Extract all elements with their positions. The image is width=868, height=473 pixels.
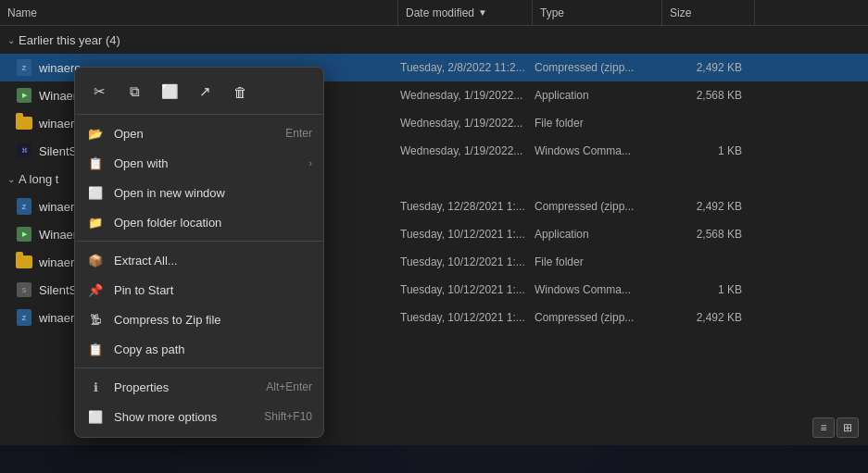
ctx-item-icon-open-with: 📋 (86, 154, 105, 172)
col-date[interactable]: Date modified ▼ (398, 0, 533, 25)
ctx-item-label-properties: Properties (114, 380, 266, 394)
ctx-item-icon-open-new-window: ⬜ (86, 183, 105, 202)
group-header-0[interactable]: ⌄Earlier this year (4) (0, 26, 868, 54)
file-type: Compressed (zipp... (535, 200, 664, 213)
file-size: 2,492 KB (664, 200, 757, 213)
context-menu-items: 📂OpenEnter📋Open with›⬜Open in new window… (75, 118, 323, 431)
group-chevron: ⌄ (7, 174, 15, 184)
context-menu: ✂⧉⬜↗🗑 📂OpenEnter📋Open with›⬜Open in new … (74, 67, 324, 438)
group-chevron: ⌄ (7, 35, 15, 45)
ctx-item-label-open-new-window: Open in new window (114, 186, 312, 200)
ctx-item-icon-compress-to-zip: 🗜 (86, 310, 105, 329)
ctx-item-icon-open: 📂 (86, 124, 105, 143)
ctx-icon-cut[interactable]: ✂ (84, 77, 114, 106)
ctx-item-show-more-options[interactable]: ⬜Show more optionsShift+F10 (75, 402, 323, 431)
file-date: Wednesday, 1/19/2022... (400, 144, 535, 157)
file-date: Wednesday, 1/19/2022... (400, 89, 535, 102)
taskbar (0, 445, 868, 473)
file-size: 2,568 KB (664, 89, 757, 102)
ctx-item-label-open-with: Open with (114, 156, 308, 170)
ctx-item-open[interactable]: 📂OpenEnter (75, 118, 323, 148)
sort-arrow: ▼ (478, 7, 487, 18)
ctx-item-open-with[interactable]: 📋Open with› (75, 148, 323, 178)
file-type: Windows Comma... (535, 144, 664, 157)
ctx-item-label-open: Open (114, 127, 285, 141)
col-type[interactable]: Type (533, 0, 662, 25)
ctx-item-arrow-open-with: › (308, 157, 312, 168)
file-type: Compressed (zipp... (535, 61, 664, 74)
ctx-item-icon-pin-to-start: 📌 (86, 280, 105, 299)
ctx-item-label-open-folder-location: Open folder location (114, 216, 312, 230)
ctx-item-label-copy-as-path: Copy as path (114, 342, 312, 356)
file-date: Wednesday, 1/19/2022... (400, 117, 535, 130)
ctx-item-compress-to-zip[interactable]: 🗜Compress to Zip file (75, 305, 323, 334)
ctx-item-icon-extract-all: 📦 (86, 251, 105, 269)
zip-icon: Z (15, 58, 33, 77)
ctx-item-shortcut-open: Enter (285, 127, 312, 140)
col-size[interactable]: Size (662, 0, 755, 25)
context-menu-icon-row: ✂⧉⬜↗🗑 (75, 73, 323, 115)
file-type: Application (535, 89, 664, 102)
folder-icon (15, 114, 33, 132)
ctx-item-icon-show-more-options: ⬜ (86, 407, 105, 426)
file-size: 2,568 KB (664, 228, 757, 241)
ctx-item-shortcut-properties: Alt+Enter (266, 380, 312, 393)
ctx-separator (75, 367, 323, 368)
file-date: Tuesday, 10/12/2021 1:... (400, 228, 535, 241)
ctx-item-label-compress-to-zip: Compress to Zip file (114, 313, 312, 327)
tiles-view-button[interactable]: ⊞ (837, 417, 859, 438)
ctx-icon-copy[interactable]: ⧉ (120, 77, 149, 106)
app-icon: ▶ (15, 225, 33, 243)
ctx-item-properties[interactable]: ℹPropertiesAlt+Enter (75, 372, 323, 402)
zip-icon: Z (15, 197, 33, 216)
group-label: A long t (19, 172, 58, 186)
ctx-item-pin-to-start[interactable]: 📌Pin to Start (75, 275, 323, 305)
ctx-item-icon-copy-as-path: 📋 (86, 340, 105, 358)
ctx-item-label-show-more-options: Show more options (114, 410, 264, 424)
group-label: Earlier this year (4) (19, 33, 120, 47)
folder-icon (15, 253, 33, 271)
ctx-item-shortcut-show-more-options: Shift+F10 (264, 410, 312, 423)
ctx-item-open-folder-location[interactable]: 📁Open folder location (75, 207, 323, 237)
ctx-item-label-pin-to-start: Pin to Start (114, 283, 312, 297)
file-type: Application (535, 228, 664, 241)
file-size: 2,492 KB (664, 61, 757, 74)
app-icon: ▶ (15, 86, 33, 105)
col-name[interactable]: Name (0, 0, 398, 25)
file-date: Tuesday, 10/12/2021 1:... (400, 311, 535, 324)
view-buttons: ≡ ⊞ (812, 417, 859, 438)
ctx-item-open-new-window[interactable]: ⬜Open in new window (75, 178, 323, 207)
ctx-item-copy-as-path[interactable]: 📋Copy as path (75, 334, 323, 364)
ctx-item-icon-open-folder-location: 📁 (86, 213, 105, 231)
ctx-item-icon-properties: ℹ (86, 378, 105, 396)
ctx-icon-paste[interactable]: ⬜ (155, 77, 184, 106)
ctx-icon-delete[interactable]: 🗑 (225, 77, 255, 106)
file-type: Windows Comma... (535, 283, 664, 296)
ctx-icon-share[interactable]: ↗ (190, 77, 220, 106)
file-type: Compressed (zipp... (535, 311, 664, 324)
file-date: Tuesday, 12/28/2021 1:... (400, 200, 535, 213)
file-date: Tuesday, 10/12/2021 1:... (400, 255, 535, 268)
silent-icon: S (15, 280, 33, 299)
file-size: 1 KB (664, 283, 757, 296)
file-size: 1 KB (664, 144, 757, 157)
file-date: Tuesday, 2/8/2022 11:2... (400, 61, 535, 74)
list-view-button[interactable]: ≡ (812, 417, 835, 438)
file-date: Tuesday, 10/12/2021 1:... (400, 283, 535, 296)
zip-icon: Z (15, 308, 33, 327)
ctx-separator (75, 241, 323, 242)
file-type: File folder (535, 117, 664, 130)
column-headers: Name Date modified ▼ Type Size (0, 0, 868, 26)
file-size: 2,492 KB (664, 311, 757, 324)
ctx-item-extract-all[interactable]: 📦Extract All... (75, 245, 323, 275)
file-type: File folder (535, 255, 664, 268)
ctx-item-label-extract-all: Extract All... (114, 254, 312, 268)
cmd-icon: ⌘ (15, 142, 33, 160)
